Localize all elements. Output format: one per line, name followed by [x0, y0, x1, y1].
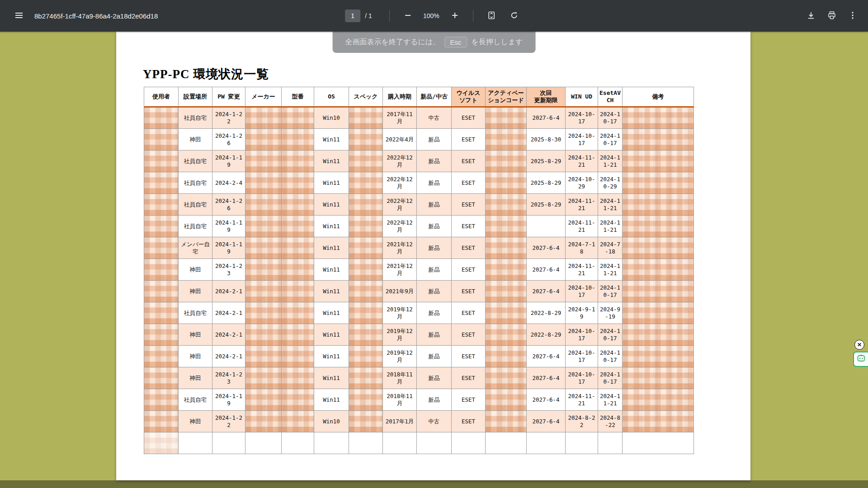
redacted-cell	[349, 324, 383, 346]
cell-renewal: 2027-6-4	[527, 237, 566, 259]
redacted-cell	[144, 172, 179, 194]
extension-icon	[857, 354, 866, 365]
cell-av: ESET	[452, 194, 486, 216]
redacted-cell	[245, 107, 282, 129]
cell-winud: 2024-10-17	[566, 346, 598, 367]
redacted-cell	[245, 150, 282, 172]
redacted-cell	[486, 259, 527, 281]
cell-av: ESET	[452, 172, 486, 194]
redacted-cell	[282, 237, 314, 259]
cell-pw: 2024-1-19	[212, 150, 245, 172]
extension-launcher-button[interactable]	[853, 352, 868, 367]
col-header-condition: 新品/中古	[417, 87, 452, 107]
cell-esetch: 2024-11-21	[598, 150, 623, 172]
empty-cell	[623, 432, 694, 454]
download-button[interactable]	[802, 7, 820, 25]
download-icon	[807, 11, 816, 21]
cell-os: Win11	[314, 302, 349, 324]
table-row: 社員自宅2024-1-26Win112022年12月新品ESET2025-8-2…	[144, 194, 694, 216]
redacted-cell	[144, 107, 179, 129]
redacted-cell	[486, 194, 527, 216]
redacted-cell	[144, 150, 179, 172]
redacted-cell	[144, 432, 179, 454]
cell-av: ESET	[452, 259, 486, 281]
redacted-cell	[349, 216, 383, 237]
cell-pw: 2024-1-22	[212, 107, 245, 129]
empty-cell	[314, 432, 349, 454]
cell-renewal: 2025-8-29	[527, 194, 566, 216]
empty-cell	[349, 432, 383, 454]
redacted-cell	[623, 150, 694, 172]
redacted-cell	[486, 367, 527, 389]
cell-pw: 2024-2-1	[212, 346, 245, 367]
redacted-cell	[349, 107, 383, 129]
cell-renewal: 2025-8-29	[527, 150, 566, 172]
toast-text-after: を長押しします	[472, 38, 523, 47]
col-header-user: 使用者	[144, 87, 179, 107]
redacted-cell	[623, 411, 694, 432]
cell-purchase: 2021年12月	[383, 259, 417, 281]
print-button[interactable]	[823, 7, 841, 25]
rotate-button[interactable]	[505, 7, 523, 25]
table-row: メンバー自宅2024-1-19Win112021年12月新品ESET2027-6…	[144, 237, 694, 259]
col-header-activation: アクティベー ションコード	[486, 87, 527, 107]
cell-winud: 2024-10-17	[566, 367, 598, 389]
cell-condition: 中古	[417, 411, 452, 432]
redacted-cell	[144, 411, 179, 432]
empty-cell	[383, 432, 417, 454]
viewer-bottom-edge	[0, 480, 868, 488]
menu-button[interactable]	[10, 7, 28, 25]
redacted-cell	[245, 194, 282, 216]
cell-condition: 新品	[417, 259, 452, 281]
zoom-in-button[interactable]	[446, 7, 464, 25]
table-row: 社員自宅2024-1-22Win102017年11月中古ESET2027-6-4…	[144, 107, 694, 129]
rotate-icon	[509, 11, 519, 21]
cell-esetch: 2024-9-19	[598, 302, 623, 324]
empty-cell	[417, 432, 452, 454]
cell-os: Win11	[314, 194, 349, 216]
cell-esetch: 2024-11-21	[598, 194, 623, 216]
page-number-input[interactable]: 1	[345, 9, 360, 22]
cell-av: ESET	[452, 107, 486, 129]
redacted-cell	[349, 281, 383, 302]
more-options-button[interactable]	[844, 7, 862, 25]
redacted-cell	[144, 281, 179, 302]
cell-pw: 2024-1-26	[212, 194, 245, 216]
redacted-cell	[245, 411, 282, 432]
table-row: 社員自宅2024-1-19Win112018年11月新品ESET2027-6-4…	[144, 389, 694, 411]
zoom-out-button[interactable]	[399, 7, 417, 25]
redacted-cell	[486, 302, 527, 324]
document-filename: 8b27465f-1cff-47a9-86a4-2a18d2e06d18	[34, 12, 158, 20]
cell-renewal: 2022-8-29	[527, 302, 566, 324]
fit-page-button[interactable]	[482, 7, 500, 25]
cell-condition: 新品	[417, 129, 452, 150]
cell-purchase: 2018年11月	[383, 389, 417, 411]
cell-esetch: 2024-10-17	[598, 324, 623, 346]
cell-renewal: 2025-8-29	[527, 172, 566, 194]
cell-av: ESET	[452, 346, 486, 367]
redacted-cell	[486, 129, 527, 150]
cell-renewal: 2027-6-4	[527, 346, 566, 367]
redacted-cell	[349, 302, 383, 324]
redacted-cell	[349, 367, 383, 389]
cell-condition: 新品	[417, 281, 452, 302]
redacted-cell	[245, 259, 282, 281]
redacted-cell	[144, 324, 179, 346]
table-container: 使用者設置場所PW 変更メーカー型番OSスペック購入時期新品/中古ウイルス ソフ…	[144, 87, 694, 454]
cell-esetch: 2024-10-29	[598, 172, 623, 194]
overlay-close-button[interactable]: ✕	[854, 340, 864, 350]
cell-renewal: 2027-6-4	[527, 259, 566, 281]
redacted-cell	[282, 216, 314, 237]
cell-condition: 新品	[417, 367, 452, 389]
cell-purchase: 2017年1月	[383, 411, 417, 432]
cell-purchase: 2019年12月	[383, 302, 417, 324]
redacted-cell	[282, 259, 314, 281]
minus-icon	[403, 11, 412, 21]
cell-location: 社員自宅	[179, 172, 212, 194]
cell-winud: 2024-11-21	[566, 259, 598, 281]
cell-purchase: 2022年12月	[383, 216, 417, 237]
redacted-cell	[486, 281, 527, 302]
col-header-spec: スペック	[349, 87, 383, 107]
cell-pw: 2024-1-19	[212, 237, 245, 259]
hamburger-icon	[14, 11, 24, 21]
